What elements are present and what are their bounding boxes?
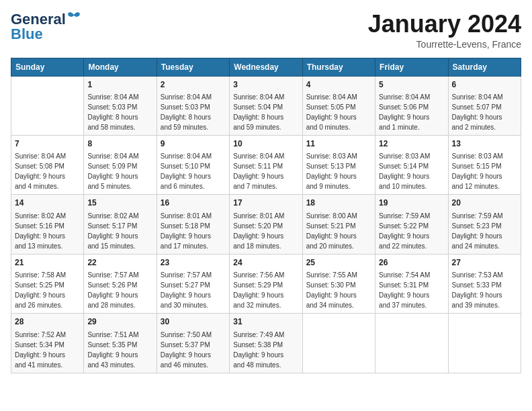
day-number: 3: [233, 79, 298, 91]
day-info: Sunrise: 8:01 AM Sunset: 5:18 PM Dayligh…: [161, 211, 226, 251]
header-day-friday: Friday: [375, 58, 448, 76]
calendar-cell: 19Sunrise: 7:59 AM Sunset: 5:22 PM Dayli…: [375, 195, 448, 254]
day-info: Sunrise: 8:02 AM Sunset: 5:16 PM Dayligh…: [15, 211, 80, 251]
calendar-cell: 20Sunrise: 7:59 AM Sunset: 5:23 PM Dayli…: [448, 195, 521, 254]
calendar-cell: 21Sunrise: 7:58 AM Sunset: 5:25 PM Dayli…: [11, 254, 84, 313]
day-number: 23: [161, 257, 226, 269]
calendar-cell: 26Sunrise: 7:54 AM Sunset: 5:31 PM Dayli…: [375, 254, 448, 313]
day-number: 1: [87, 79, 152, 91]
day-number: 4: [306, 79, 371, 91]
day-number: 17: [233, 197, 298, 209]
header-day-saturday: Saturday: [448, 58, 521, 76]
calendar-cell: 14Sunrise: 8:02 AM Sunset: 5:16 PM Dayli…: [11, 195, 84, 254]
title-block: January 2024 Tourrette-Levens, France: [368, 11, 521, 50]
day-info: Sunrise: 8:04 AM Sunset: 5:03 PM Dayligh…: [87, 92, 152, 132]
calendar-cell: 22Sunrise: 7:57 AM Sunset: 5:26 PM Dayli…: [84, 254, 157, 313]
day-info: Sunrise: 8:04 AM Sunset: 5:03 PM Dayligh…: [161, 92, 226, 132]
day-number: 7: [15, 138, 80, 150]
calendar-cell: 1Sunrise: 8:04 AM Sunset: 5:03 PM Daylig…: [84, 76, 157, 135]
day-number: 29: [87, 316, 152, 328]
day-number: 6: [452, 79, 517, 91]
day-number: 20: [452, 197, 517, 209]
calendar-cell: 30Sunrise: 7:50 AM Sunset: 5:37 PM Dayli…: [157, 314, 229, 373]
day-info: Sunrise: 7:52 AM Sunset: 5:34 PM Dayligh…: [15, 330, 80, 370]
day-number: 24: [233, 257, 298, 269]
day-info: Sunrise: 8:03 AM Sunset: 5:13 PM Dayligh…: [306, 151, 371, 191]
day-info: Sunrise: 7:59 AM Sunset: 5:23 PM Dayligh…: [452, 211, 517, 251]
day-number: 16: [161, 197, 226, 209]
day-number: 15: [87, 197, 152, 209]
header-day-monday: Monday: [84, 58, 157, 76]
calendar-week-row: 1Sunrise: 8:04 AM Sunset: 5:03 PM Daylig…: [11, 76, 521, 135]
day-info: Sunrise: 8:04 AM Sunset: 5:05 PM Dayligh…: [306, 92, 371, 132]
day-info: Sunrise: 7:53 AM Sunset: 5:33 PM Dayligh…: [452, 270, 517, 310]
day-number: 27: [452, 257, 517, 269]
day-number: 30: [161, 316, 226, 328]
day-info: Sunrise: 7:57 AM Sunset: 5:26 PM Dayligh…: [87, 270, 152, 310]
day-number: 28: [15, 316, 80, 328]
day-number: 19: [379, 197, 444, 209]
calendar-cell: 23Sunrise: 7:57 AM Sunset: 5:27 PM Dayli…: [157, 254, 229, 313]
calendar-cell: 2Sunrise: 8:04 AM Sunset: 5:03 PM Daylig…: [157, 76, 229, 135]
day-number: 26: [379, 257, 444, 269]
day-info: Sunrise: 7:58 AM Sunset: 5:25 PM Dayligh…: [15, 270, 80, 310]
day-info: Sunrise: 8:04 AM Sunset: 5:04 PM Dayligh…: [233, 92, 298, 132]
header-day-thursday: Thursday: [302, 58, 375, 76]
day-number: 9: [161, 138, 226, 150]
logo-blue-text: Blue: [11, 26, 43, 42]
day-number: 13: [452, 138, 517, 150]
calendar-cell: 13Sunrise: 8:03 AM Sunset: 5:15 PM Dayli…: [448, 135, 521, 194]
day-info: Sunrise: 8:04 AM Sunset: 5:07 PM Dayligh…: [452, 92, 517, 132]
calendar-cell: 5Sunrise: 8:04 AM Sunset: 5:06 PM Daylig…: [375, 76, 448, 135]
day-info: Sunrise: 8:04 AM Sunset: 5:08 PM Dayligh…: [15, 151, 80, 191]
day-info: Sunrise: 8:04 AM Sunset: 5:10 PM Dayligh…: [161, 151, 226, 191]
day-number: 31: [233, 316, 298, 328]
calendar-week-row: 14Sunrise: 8:02 AM Sunset: 5:16 PM Dayli…: [11, 195, 521, 254]
header-day-tuesday: Tuesday: [157, 58, 229, 76]
calendar-cell: 11Sunrise: 8:03 AM Sunset: 5:13 PM Dayli…: [302, 135, 375, 194]
calendar-cell: 9Sunrise: 8:04 AM Sunset: 5:10 PM Daylig…: [157, 135, 229, 194]
day-number: 21: [15, 257, 80, 269]
day-info: Sunrise: 7:59 AM Sunset: 5:22 PM Dayligh…: [379, 211, 444, 251]
day-info: Sunrise: 8:04 AM Sunset: 5:06 PM Dayligh…: [379, 92, 444, 132]
day-number: 2: [161, 79, 226, 91]
day-number: 14: [15, 197, 80, 209]
day-info: Sunrise: 8:02 AM Sunset: 5:17 PM Dayligh…: [87, 211, 152, 251]
day-number: 22: [87, 257, 152, 269]
calendar-subtitle: Tourrette-Levens, France: [368, 39, 521, 50]
day-number: 11: [306, 138, 371, 150]
calendar-cell: [302, 314, 375, 373]
calendar-table: SundayMondayTuesdayWednesdayThursdayFrid…: [11, 58, 521, 373]
calendar-cell: [11, 76, 84, 135]
calendar-cell: 4Sunrise: 8:04 AM Sunset: 5:05 PM Daylig…: [302, 76, 375, 135]
day-number: 10: [233, 138, 298, 150]
calendar-cell: 7Sunrise: 8:04 AM Sunset: 5:08 PM Daylig…: [11, 135, 84, 194]
calendar-cell: 31Sunrise: 7:49 AM Sunset: 5:38 PM Dayli…: [230, 314, 302, 373]
calendar-cell: 15Sunrise: 8:02 AM Sunset: 5:17 PM Dayli…: [84, 195, 157, 254]
calendar-cell: 6Sunrise: 8:04 AM Sunset: 5:07 PM Daylig…: [448, 76, 521, 135]
calendar-cell: 3Sunrise: 8:04 AM Sunset: 5:04 PM Daylig…: [230, 76, 302, 135]
calendar-cell: 17Sunrise: 8:01 AM Sunset: 5:20 PM Dayli…: [230, 195, 302, 254]
calendar-cell: 18Sunrise: 8:00 AM Sunset: 5:21 PM Dayli…: [302, 195, 375, 254]
day-info: Sunrise: 7:51 AM Sunset: 5:35 PM Dayligh…: [87, 330, 152, 370]
calendar-header-row: SundayMondayTuesdayWednesdayThursdayFrid…: [11, 58, 521, 76]
day-info: Sunrise: 7:57 AM Sunset: 5:27 PM Dayligh…: [161, 270, 226, 310]
day-info: Sunrise: 8:04 AM Sunset: 5:11 PM Dayligh…: [233, 151, 298, 191]
calendar-cell: 12Sunrise: 8:03 AM Sunset: 5:14 PM Dayli…: [375, 135, 448, 194]
day-info: Sunrise: 8:00 AM Sunset: 5:21 PM Dayligh…: [306, 211, 371, 251]
day-info: Sunrise: 7:56 AM Sunset: 5:29 PM Dayligh…: [233, 270, 298, 310]
day-info: Sunrise: 8:03 AM Sunset: 5:14 PM Dayligh…: [379, 151, 444, 191]
day-info: Sunrise: 8:01 AM Sunset: 5:20 PM Dayligh…: [233, 211, 298, 251]
calendar-week-row: 28Sunrise: 7:52 AM Sunset: 5:34 PM Dayli…: [11, 314, 521, 373]
calendar-cell: 10Sunrise: 8:04 AM Sunset: 5:11 PM Dayli…: [230, 135, 302, 194]
calendar-cell: 24Sunrise: 7:56 AM Sunset: 5:29 PM Dayli…: [230, 254, 302, 313]
logo: General Blue: [11, 11, 82, 43]
page-header: General Blue January 2024 Tourrette-Leve…: [11, 11, 521, 50]
day-number: 25: [306, 257, 371, 269]
calendar-cell: 25Sunrise: 7:55 AM Sunset: 5:30 PM Dayli…: [302, 254, 375, 313]
day-info: Sunrise: 8:03 AM Sunset: 5:15 PM Dayligh…: [452, 151, 517, 191]
logo-bird-icon: [67, 11, 82, 22]
calendar-cell: [375, 314, 448, 373]
calendar-cell: [448, 314, 521, 373]
calendar-cell: 29Sunrise: 7:51 AM Sunset: 5:35 PM Dayli…: [84, 314, 157, 373]
